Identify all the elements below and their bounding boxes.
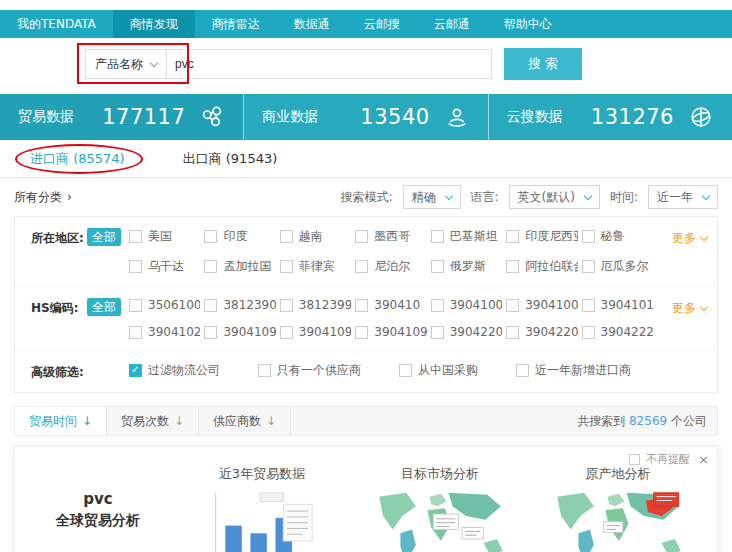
- checkbox[interactable]: [582, 299, 595, 312]
- checkbox[interactable]: [204, 299, 217, 312]
- search-mode-select[interactable]: 精确: [403, 185, 461, 209]
- checkbox[interactable]: [355, 326, 368, 339]
- checkbox[interactable]: [129, 230, 142, 243]
- hs-option[interactable]: 39041010: [582, 298, 653, 312]
- checkbox[interactable]: [204, 326, 217, 339]
- nav-item-my-tendata[interactable]: 我的TENDATA: [0, 10, 113, 38]
- advanced-option-new-importers[interactable]: 近一年新增进口商: [516, 362, 631, 379]
- advanced-option-buy-from-china[interactable]: 从中国采购: [399, 362, 478, 379]
- checkbox[interactable]: [506, 326, 519, 339]
- hs-option[interactable]: 39041003: [506, 298, 577, 312]
- checkbox[interactable]: [506, 260, 519, 273]
- stat-cloud-search-data[interactable]: 云搜数据 131276: [489, 94, 732, 140]
- stat-trade-data[interactable]: 贸易数据 177117: [0, 94, 244, 140]
- checkbox[interactable]: [506, 299, 519, 312]
- checkbox[interactable]: [280, 326, 293, 339]
- result-count[interactable]: 82569: [629, 414, 667, 428]
- checkbox[interactable]: [582, 260, 595, 273]
- checkbox[interactable]: [355, 260, 368, 273]
- trade-chart-thumbnail[interactable]: 近3年贸易数据: [173, 451, 351, 552]
- hs-option[interactable]: 35061000: [129, 298, 200, 312]
- region-option[interactable]: 巴基斯坦: [431, 228, 502, 245]
- region-more-link[interactable]: 更多: [653, 228, 707, 247]
- region-option-label: 阿拉伯联合...: [525, 258, 577, 275]
- region-option[interactable]: 厄瓜多尔: [582, 258, 653, 275]
- region-option[interactable]: 印度尼西亚: [506, 228, 577, 245]
- world-map-origin: [543, 487, 693, 552]
- hs-option[interactable]: 39042200: [431, 325, 502, 339]
- search-button[interactable]: 搜 索: [504, 48, 582, 80]
- region-option[interactable]: 菲律宾: [280, 258, 351, 275]
- region-option[interactable]: 阿拉伯联合...: [506, 258, 577, 275]
- sort-by-trade-time[interactable]: 贸易时间 ↓: [15, 407, 107, 435]
- checkbox[interactable]: [399, 364, 412, 377]
- nav-item-biz-radar[interactable]: 商情雷达: [195, 10, 277, 38]
- hs-option[interactable]: 39041000: [431, 298, 502, 312]
- sort-by-supplier-count[interactable]: 供应商数 ↓: [199, 407, 291, 435]
- hs-option[interactable]: 39042220: [582, 325, 653, 339]
- checkbox[interactable]: [258, 364, 271, 377]
- region-option[interactable]: 孟加拉国: [204, 258, 275, 275]
- hs-option[interactable]: 39041099: [355, 325, 426, 339]
- search-input[interactable]: [167, 49, 492, 79]
- target-market-map[interactable]: 目标市场分析: [351, 451, 529, 552]
- hs-option[interactable]: 39041090: [204, 325, 275, 339]
- hs-more-link[interactable]: 更多: [653, 298, 707, 317]
- sort-by-trade-count[interactable]: 贸易次数 ↓: [107, 407, 199, 435]
- checkbox[interactable]: [129, 326, 142, 339]
- checkbox[interactable]: [280, 299, 293, 312]
- language-select[interactable]: 英文(默认): [509, 185, 600, 209]
- checkbox[interactable]: [506, 230, 519, 243]
- checkbox[interactable]: [431, 326, 444, 339]
- checkbox[interactable]: [431, 260, 444, 273]
- panel-title-product: pvc: [83, 490, 112, 508]
- checkbox[interactable]: [280, 260, 293, 273]
- tab-importers[interactable]: 进口商 (85574): [30, 150, 125, 168]
- hs-option[interactable]: 38123990: [280, 298, 351, 312]
- region-option[interactable]: 美国: [129, 228, 200, 245]
- hs-option[interactable]: 39041092: [280, 325, 351, 339]
- checkbox-checked[interactable]: [129, 364, 142, 377]
- checkbox[interactable]: [204, 230, 217, 243]
- hs-option[interactable]: 38123900: [204, 298, 275, 312]
- region-option[interactable]: 秘鲁: [582, 228, 653, 245]
- hs-all-button[interactable]: 全部: [87, 298, 121, 316]
- checkbox[interactable]: [516, 364, 529, 377]
- region-option[interactable]: 越南: [280, 228, 351, 245]
- checkbox[interactable]: [204, 260, 217, 273]
- search-type-dropdown[interactable]: 产品名称: [85, 49, 167, 79]
- region-option[interactable]: 印度: [204, 228, 275, 245]
- checkbox[interactable]: [355, 230, 368, 243]
- region-option-label: 越南: [299, 228, 323, 245]
- tab-exporters[interactable]: 出口商 (91543): [183, 150, 278, 168]
- checkbox[interactable]: [431, 299, 444, 312]
- checkbox[interactable]: [129, 260, 142, 273]
- checkbox[interactable]: [629, 454, 640, 465]
- hs-option[interactable]: 39041020: [129, 325, 200, 339]
- advanced-option-filter-logistics[interactable]: 过滤物流公司: [129, 362, 220, 379]
- nav-item-cloud-mail-search[interactable]: 云邮搜: [347, 10, 417, 38]
- checkbox[interactable]: [582, 326, 595, 339]
- nav-item-cloud-mail[interactable]: 云邮通: [417, 10, 487, 38]
- nav-item-data-link[interactable]: 数据通: [277, 10, 347, 38]
- checkbox[interactable]: [129, 299, 142, 312]
- all-categories-link[interactable]: 所有分类 ›: [14, 189, 72, 206]
- time-select[interactable]: 近一年: [648, 185, 718, 209]
- close-icon[interactable]: ×: [698, 452, 709, 467]
- checkbox[interactable]: [280, 230, 293, 243]
- region-all-button[interactable]: 全部: [87, 228, 121, 246]
- region-option[interactable]: 墨西哥: [355, 228, 426, 245]
- nav-item-biz-discovery[interactable]: 商情发现: [113, 10, 195, 38]
- hs-option[interactable]: 39042201: [506, 325, 577, 339]
- hs-option-label: 39041090: [223, 325, 275, 339]
- checkbox[interactable]: [355, 299, 368, 312]
- stat-business-data[interactable]: 商业数据 13540: [244, 94, 488, 140]
- region-option[interactable]: 乌干达: [129, 258, 200, 275]
- checkbox[interactable]: [431, 230, 444, 243]
- nav-item-help-center[interactable]: 帮助中心: [487, 10, 569, 38]
- region-option[interactable]: 尼泊尔: [355, 258, 426, 275]
- checkbox[interactable]: [582, 230, 595, 243]
- region-option[interactable]: 俄罗斯: [431, 258, 502, 275]
- advanced-option-single-supplier[interactable]: 只有一个供应商: [258, 362, 361, 379]
- hs-option[interactable]: 390410: [355, 298, 426, 312]
